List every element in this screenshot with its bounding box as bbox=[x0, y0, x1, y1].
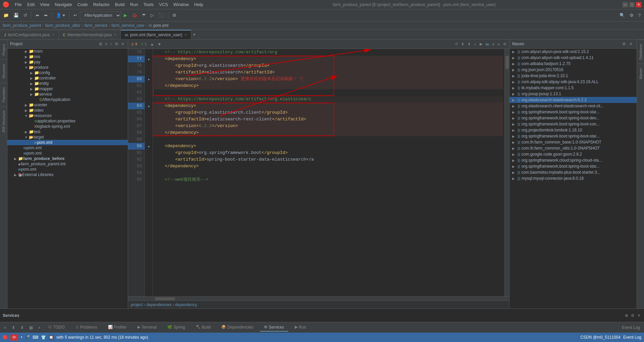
tree-item-app-props[interactable]: ⚙ application.properties bbox=[7, 118, 128, 124]
tree-item-controller[interactable]: ▶ 📁 controller bbox=[7, 75, 128, 81]
maven-dep-19[interactable]: ▶ ||| org.springframework.boot:spring-bo… bbox=[509, 163, 637, 169]
help2-button[interactable]: ? bbox=[636, 11, 643, 19]
bottom-tab-dependencies[interactable]: 📦 Dependencies bbox=[217, 324, 257, 332]
maven-dep-2[interactable]: ▶ ||| com.alibaba:fastjson:1.2.75 bbox=[509, 61, 637, 67]
maven-side-tab[interactable]: Maven bbox=[637, 64, 644, 83]
tree-item-pom-selected[interactable]: m pom.xml bbox=[7, 140, 128, 145]
tree-item-after-app[interactable]: C AfterApplication bbox=[7, 97, 128, 102]
tree-item-ext-libs[interactable]: ▶ 📚 External Libraries bbox=[7, 172, 128, 177]
maven-dep-8[interactable]: ▶ ||| org.elasticsearch:elasticsearch:6.… bbox=[509, 97, 637, 103]
horizontal-scrollbar[interactable] bbox=[128, 296, 509, 300]
settings2-button[interactable]: ⚙ bbox=[628, 11, 636, 19]
tree-item-produce-before[interactable]: ▶ 📁 farm_produce_before bbox=[7, 156, 128, 161]
jpa-tab[interactable]: JPA Structure bbox=[0, 106, 7, 137]
save-button[interactable]: 💾 bbox=[11, 11, 21, 19]
collapse-btn[interactable]: ⬇ bbox=[19, 324, 25, 331]
maven-dep-12[interactable]: ▶ ||| org.springframework.boot:spring-bo… bbox=[509, 121, 637, 127]
menu-tools[interactable]: Tools bbox=[141, 1, 156, 8]
stop-button[interactable]: ⬛ bbox=[157, 11, 166, 19]
run-config-dropdown[interactable]: AfterApplication bbox=[80, 11, 121, 19]
sidebar-gear-icon[interactable]: ⚙ bbox=[114, 41, 119, 47]
status-lang-btn[interactable]: 中 bbox=[10, 334, 18, 341]
menu-vcs[interactable]: VCS bbox=[156, 1, 171, 8]
maven-dep-10[interactable]: ▶ ||| org.springframework.boot:spring-bo… bbox=[509, 109, 637, 115]
minimize-button[interactable]: — bbox=[623, 2, 628, 7]
skip-tests-button[interactable]: # bbox=[491, 42, 495, 47]
bottom-tab-run[interactable]: ▶ Run bbox=[291, 324, 310, 332]
status-event-log[interactable]: Event Log bbox=[623, 335, 641, 340]
maven-close-icon[interactable]: ✕ bbox=[628, 41, 634, 47]
tree-item-pay[interactable]: ▶ 📁 pay bbox=[7, 59, 128, 65]
toggle-skip-button[interactable]: ≡ bbox=[496, 42, 501, 47]
nav-down-button[interactable]: ▼ bbox=[156, 41, 163, 47]
nav-up-button[interactable]: ▲ bbox=[149, 41, 155, 47]
menu-window[interactable]: Window bbox=[171, 1, 192, 8]
refresh-button[interactable]: ↺ bbox=[453, 41, 459, 47]
tree-item-pom-root[interactable]: m pom.xml bbox=[7, 167, 128, 172]
left-arrow-btn[interactable]: « bbox=[3, 324, 8, 331]
event-log-btn[interactable]: Event Log bbox=[621, 324, 641, 331]
tabs-arrow[interactable]: ▾ bbox=[191, 30, 197, 39]
maven-dep-0[interactable]: ▶ ||| com.aliyun:aliyun-java-sdk-vod:2.1… bbox=[509, 49, 637, 55]
tree-item-mapper[interactable]: ▶ 📁 mapper bbox=[7, 86, 128, 92]
sidebar-sort-icon[interactable]: ↕ bbox=[109, 41, 113, 47]
maven-dep-16[interactable]: ▶ ||| com.lh:farm_common_utils:1.0-SNAPS… bbox=[509, 145, 637, 151]
user-button[interactable]: 👤 ▾ bbox=[54, 11, 67, 19]
status-kbd[interactable]: ⌨ bbox=[33, 335, 38, 340]
bottom-tab-services[interactable]: ⚙ Services bbox=[260, 324, 288, 332]
favorites-tab[interactable]: Favorites bbox=[0, 83, 7, 106]
tab-close-0[interactable]: ✕ bbox=[52, 33, 54, 37]
bottom-tab-profiler[interactable]: 📊 Profiler bbox=[104, 324, 131, 332]
maven-dep-18[interactable]: ▶ ||| org.springframework.cloud:spring-c… bbox=[509, 157, 637, 163]
maven-dep-20[interactable]: ▶ ||| com.baomidou:mybatis-plus-boot-sta… bbox=[509, 169, 637, 175]
services-close-icon[interactable]: ✕ bbox=[637, 312, 641, 319]
tree-item-service[interactable]: ▶ 📁 service bbox=[7, 92, 128, 97]
tree-item-entity[interactable]: ▶ 📁 entity bbox=[7, 81, 128, 86]
maven-m-button[interactable]: m bbox=[484, 42, 490, 47]
menu-refactor[interactable]: Refactor bbox=[91, 1, 112, 8]
tree-item-produce[interactable]: ▼ 📂 produce bbox=[7, 65, 128, 70]
tree-item-parent-iml[interactable]: ◆ farm_produce_parent.iml bbox=[7, 161, 128, 167]
maven-dep-15[interactable]: ▶ ||| com.lh:farm_common_base:1.0-SNAPSH… bbox=[509, 139, 637, 145]
coverage-button[interactable]: ☂ bbox=[140, 11, 148, 19]
breadcrumb-service-user[interactable]: farm_service_user bbox=[111, 23, 145, 28]
services-gear-icon[interactable]: ⚙ bbox=[630, 312, 635, 319]
run-lifecycle-button[interactable]: ▶ bbox=[478, 41, 484, 47]
back-button[interactable]: ⬅ bbox=[34, 11, 41, 19]
tree-item-video[interactable]: ▶ 📁 video bbox=[7, 108, 128, 113]
forward-button[interactable]: ➡ bbox=[42, 11, 50, 19]
maven-dep-21[interactable]: ▶ ||| mysql:mysql-connector-java:8.0.18 bbox=[509, 175, 637, 181]
services-add-icon[interactable]: ⊕ bbox=[624, 312, 629, 319]
tab-client-configurations[interactable]: J lientConfigurations.java ✕ bbox=[0, 30, 59, 39]
maximize-button[interactable]: □ bbox=[629, 2, 635, 7]
maven-dep-11[interactable]: ▶ ||| org.springframework.boot:spring-bo… bbox=[509, 115, 637, 121]
close-button[interactable]: ✕ bbox=[636, 2, 641, 7]
tree-item-config[interactable]: ▶ 📁 config bbox=[7, 70, 128, 75]
maven-dep-1[interactable]: ▶ ||| com.aliyun:aliyun-sdk-vod-upload:1… bbox=[509, 55, 637, 61]
maven-dep-9[interactable]: ▶ ||| org.elasticsearch.client:elasticse… bbox=[509, 103, 637, 109]
tree-item-pom2[interactable]: m pom.xml bbox=[7, 145, 128, 151]
profile-button[interactable]: ▷ bbox=[149, 11, 156, 19]
bottom-tab-todo[interactable]: ☑ TODO bbox=[44, 324, 68, 332]
bc-project[interactable]: project › dependencies › dependency bbox=[131, 302, 197, 307]
tab-member-service[interactable]: C MemberServiceImpl.java ✕ bbox=[59, 30, 121, 39]
structure-tab[interactable]: Structure bbox=[0, 59, 7, 83]
maven-dep-5[interactable]: ▶ ||| com.alipay.sdk:alipay-sdk-java:4.2… bbox=[509, 79, 637, 85]
menu-build[interactable]: Build bbox=[112, 1, 127, 8]
tab-close-1[interactable]: ✕ bbox=[114, 33, 116, 37]
open-file-button[interactable]: 📁 bbox=[1, 11, 11, 19]
bottom-tab-build[interactable]: 🔨 Build bbox=[192, 324, 215, 332]
maven-dep-3[interactable]: ▶ ||| org.json:json:20170516 bbox=[509, 67, 637, 73]
menu-navigate[interactable]: Navigate bbox=[52, 1, 74, 8]
tree-item-logback[interactable]: X logback-spring.xml bbox=[7, 124, 128, 129]
tree-item-oss[interactable]: ▶ 📁 oss bbox=[7, 54, 128, 59]
maven-dep-13[interactable]: ▶ ||| org.projectlombok:lombok:1.18.10 bbox=[509, 127, 637, 133]
sidebar-collapse-icon[interactable]: ≡ bbox=[104, 41, 108, 47]
bottom-tab-problems[interactable]: ⚠ Problems bbox=[71, 324, 101, 332]
status-shirt[interactable]: 👕 bbox=[41, 335, 46, 340]
tree-item-test[interactable]: ▶ 📁 test bbox=[7, 129, 128, 134]
tree-item-pom3[interactable]: m pom.xml bbox=[7, 151, 128, 156]
maven-dep-4[interactable]: ▶ ||| joda-time:joda-time:2.10.1 bbox=[509, 73, 637, 79]
right-arrow-btn2[interactable]: » bbox=[37, 324, 42, 331]
status-mic[interactable]: 🎤 bbox=[25, 335, 30, 340]
